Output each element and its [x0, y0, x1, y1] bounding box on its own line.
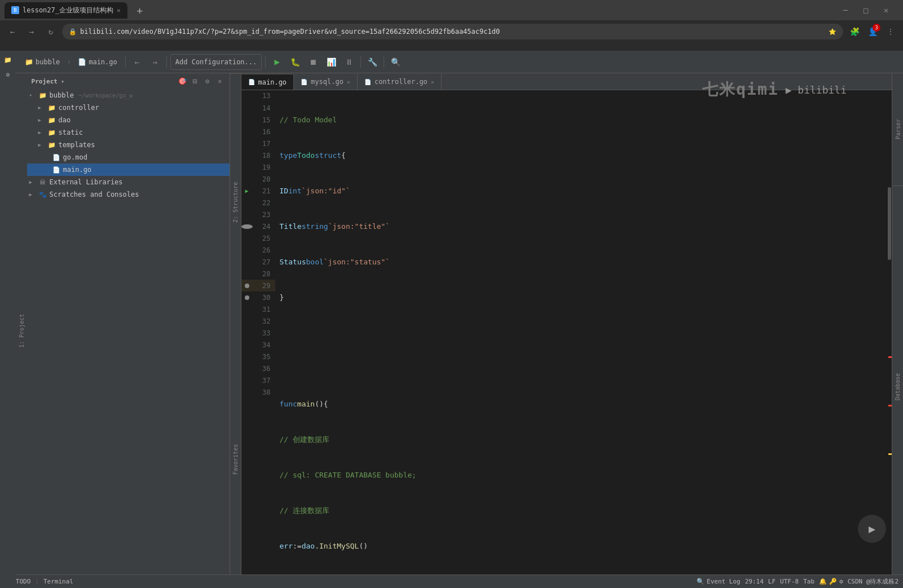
structure-side-label[interactable]: 2: Structure [230, 73, 241, 331]
coverage-button[interactable]: 📊 [323, 54, 339, 70]
add-configuration-button[interactable]: Add Configuration... [170, 54, 262, 70]
bilibili-float-button[interactable]: ▶ [858, 515, 886, 543]
controller-label: controller [59, 104, 99, 112]
status-terminal[interactable]: Terminal [43, 578, 73, 585]
close-tree-button[interactable]: ✕ [215, 76, 225, 86]
status-event-log-label: Event Log [707, 578, 741, 585]
toolbar-back-button[interactable]: ← [129, 54, 145, 70]
browser-tab-active[interactable]: B lesson27_企业级项目结构构 ✕ [5, 2, 127, 19]
favorites-side-label[interactable]: Favorites [230, 331, 241, 588]
stop-button[interactable]: ⏹ [305, 54, 321, 70]
line-20-num: 20 [253, 175, 275, 183]
tree-item-static[interactable]: ▶ 📁 static [27, 126, 230, 139]
line-13: 13 [241, 90, 275, 102]
line-29-dot [245, 284, 249, 288]
maximize-button[interactable]: □ [858, 2, 874, 18]
code-editor[interactable]: 13 14 15 [241, 90, 887, 574]
line-17: 17 [241, 138, 275, 149]
toolbar-forward-button[interactable]: → [147, 54, 163, 70]
tab-controller-go[interactable]: 📄 controller.go ✕ [358, 74, 442, 90]
tree-item-maingo[interactable]: ▶ 📄 main.go [27, 163, 230, 176]
profile-run-button[interactable]: ⏸ [341, 54, 357, 70]
menu-button[interactable]: ⋮ [883, 24, 898, 39]
minimize-button[interactable]: ─ [838, 2, 853, 18]
tab-controller-icon: 📄 [364, 78, 371, 85]
tree-item-scratches[interactable]: ▶ 🐾 Scratches and Consoles [27, 188, 230, 201]
file-tree-header-actions: 🎯 ⊟ ⚙ ✕ [178, 76, 225, 86]
side-labels-middle: 2: Structure Favorites [230, 73, 241, 588]
scrollbar-warning-marker [888, 453, 892, 455]
forward-button[interactable]: → [24, 24, 39, 39]
editor-scrollbar[interactable] [887, 90, 892, 574]
panel-folder-icon[interactable]: 📁 [1, 53, 15, 67]
line-38-num: 38 [253, 388, 275, 396]
tab-controller-close[interactable]: ✕ [431, 79, 434, 85]
bubble-path: ~/workspace/go_w [78, 92, 133, 99]
url-bar[interactable]: 🔒 bilibili.com/video/BV1gJ411p7xC/?p=27&… [62, 24, 843, 39]
toolbar-sep-2 [166, 56, 167, 68]
tab-main-go[interactable]: 📄 main.go [241, 74, 294, 90]
project-side-label[interactable]: 1: Project [16, 73, 27, 588]
refresh-button[interactable]: ↻ [43, 24, 59, 39]
locate-file-button[interactable]: 🎯 [178, 76, 188, 86]
code-line-17: Status bool `json:"status"` [280, 256, 883, 268]
tree-item-dao[interactable]: ▶ 📁 dao [27, 114, 230, 126]
line-23-num: 23 [253, 211, 275, 219]
tree-item-bubble[interactable]: ▾ 📁 bubble ~/workspace/go_w [27, 89, 230, 101]
breadcrumb-maingo[interactable]: 📄 main.go [73, 54, 122, 70]
ide-toolbar: 📁 bubble › 📄 main.go ← → Add Configurati… [16, 51, 903, 73]
code-line-13: // Todo Model [280, 114, 883, 126]
line-19-num: 19 [253, 163, 275, 171]
line-30: 30 [241, 291, 275, 303]
tab-mysql-close[interactable]: ✕ [347, 79, 350, 85]
toolbar-sep-3 [265, 56, 266, 68]
settings-button[interactable]: ⚙ [202, 76, 213, 86]
tree-item-templates[interactable]: ▶ 📁 templates [27, 139, 230, 151]
line-29-num: 29 [253, 282, 275, 290]
code-line-21: func main() { [280, 398, 883, 410]
status-position-value: 29:14 [745, 578, 764, 585]
vcs-button[interactable]: 🔧 [364, 54, 380, 70]
line-20: 20 [241, 173, 275, 185]
tree-item-external[interactable]: ▶ 🏛 External Libraries [27, 176, 230, 188]
tree-item-gomod[interactable]: ▶ 📄 go.mod [27, 151, 230, 163]
line-21-run-marker[interactable]: ▶ [241, 188, 253, 194]
line-33: 33 [241, 327, 275, 339]
status-position[interactable]: 29:14 [745, 578, 764, 585]
status-encoding[interactable]: UTF-8 [780, 578, 799, 585]
line-34-num: 34 [253, 341, 275, 349]
scratches-icon: 🐾 [38, 190, 47, 199]
line-36-num: 36 [253, 365, 275, 373]
panel-settings-icon[interactable]: ⚙ [1, 68, 15, 81]
status-line-ending[interactable]: LF [768, 578, 776, 585]
watermark: 七米qimi ▶ bilibili [702, 79, 847, 100]
url-text: bilibili.com/video/BV1gJ411p7xC/?p=27&sp… [80, 28, 825, 36]
line-15: 15 [241, 114, 275, 126]
tree-item-controller[interactable]: ▶ 📁 controller [27, 101, 230, 114]
line-17-num: 17 [253, 140, 275, 148]
tab-close-button[interactable]: ✕ [117, 7, 121, 14]
breadcrumb-bubble[interactable]: 📁 bubble [20, 54, 64, 70]
search-everywhere-button[interactable]: 🔍 [387, 54, 403, 70]
status-event-log[interactable]: 🔍 Event Log [697, 578, 741, 585]
tab-mysql-icon: 📄 [301, 78, 307, 85]
extensions-button[interactable]: 🧩 [847, 24, 862, 39]
tab-mysql-go[interactable]: 📄 mysql.go ✕ [294, 74, 358, 90]
close-window-button[interactable]: ✕ [878, 2, 894, 18]
run-button[interactable]: ▶ [269, 54, 285, 70]
line-38: 38 [241, 386, 275, 398]
code-line-14: type Todo struct { [280, 149, 883, 161]
status-indent[interactable]: Tab [803, 578, 814, 585]
status-notifications[interactable]: 🔔 🔑 ⚙ [819, 578, 843, 585]
parser-panel-label[interactable]: Parser [892, 73, 903, 186]
collapse-all-button[interactable]: ⊟ [190, 76, 200, 86]
debug-button[interactable]: 🐛 [287, 54, 303, 70]
database-panel-label[interactable]: Database [892, 186, 903, 588]
back-button[interactable]: ← [5, 24, 20, 39]
profile-button[interactable]: 👤 3 [865, 24, 880, 39]
tab-title: lesson27_企业级项目结构构 [23, 6, 113, 15]
code-content[interactable]: // Todo Model type Todo struct { ID int … [275, 90, 887, 574]
line-16: 16 [241, 126, 275, 138]
new-tab-button[interactable]: + [132, 2, 148, 18]
line-13-num: 13 [253, 90, 275, 102]
